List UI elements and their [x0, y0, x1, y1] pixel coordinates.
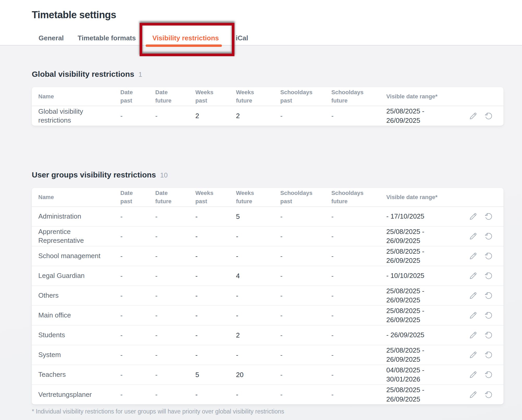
cell-actions: [467, 325, 504, 345]
timetable-settings-page: Timetable settings General Timetable for…: [0, 0, 522, 420]
undo-reset-icon[interactable]: [484, 351, 493, 359]
table-row: Apprentice Representative - - - - - - 25…: [32, 226, 504, 246]
cell-date-past: -: [120, 306, 155, 325]
cell-actions: [467, 365, 504, 385]
col-header-schooldays-past: Schooldays past: [280, 87, 331, 106]
cell-actions: [467, 385, 504, 404]
edit-pencil-icon[interactable]: [469, 390, 477, 399]
cell-date-past: -: [120, 266, 155, 286]
cell-schooldays-future: -: [331, 226, 386, 246]
edit-pencil-icon[interactable]: [469, 271, 477, 280]
col-header-name: Name: [32, 188, 120, 207]
cell-visible-range: - 26/09/2025: [386, 325, 467, 345]
col-header-schooldays-future: Schooldays future: [331, 188, 386, 207]
undo-reset-icon[interactable]: [484, 212, 493, 221]
cell-date-future: -: [155, 266, 195, 286]
user-groups-section-heading: User groups visibility restrictions 10: [32, 170, 522, 179]
cell-actions: [467, 266, 504, 286]
table-row: Others - - - - - - 25/08/2025 - 26/09/20…: [32, 286, 504, 306]
edit-pencil-icon[interactable]: [469, 351, 477, 359]
table-row: Legal Guardian - - - 4 - - - 10/10/2025: [32, 266, 504, 286]
row-name: Apprentice Representative: [32, 226, 120, 246]
table-row: Main office - - - - - - 25/08/2025 - 26/…: [32, 306, 504, 325]
cell-weeks-future: -: [236, 246, 280, 266]
tab-ical[interactable]: iCal: [236, 31, 248, 46]
edit-pencil-icon[interactable]: [469, 212, 477, 221]
user-groups-table: Name Date past Date future Weeks past We…: [32, 188, 504, 404]
undo-reset-icon[interactable]: [484, 390, 493, 399]
cell-schooldays-future: -: [331, 365, 386, 385]
edit-pencil-icon[interactable]: [469, 331, 477, 340]
row-name: Global visibility restrictions: [32, 106, 120, 126]
row-name: Legal Guardian: [32, 266, 120, 286]
edit-pencil-icon[interactable]: [469, 370, 477, 379]
global-restrictions-table-card: Name Date past Date future Weeks past We…: [32, 87, 504, 126]
table-row: School management - - - - - - 25/08/2025…: [32, 246, 504, 266]
cell-date-future: -: [155, 385, 195, 404]
page-title: Timetable settings: [32, 9, 116, 21]
tab-visibility-restrictions[interactable]: Visibility restrictions: [152, 31, 219, 46]
cell-schooldays-past: -: [280, 246, 331, 266]
cell-actions: [467, 246, 504, 266]
page-header: Timetable settings General Timetable for…: [0, 0, 522, 46]
edit-pencil-icon[interactable]: [469, 232, 477, 241]
cell-weeks-future: -: [236, 345, 280, 365]
cell-date-past: -: [120, 345, 155, 365]
cell-weeks-past: -: [195, 345, 236, 365]
undo-reset-icon[interactable]: [484, 232, 493, 241]
cell-weeks-past: 2: [195, 106, 236, 126]
cell-weeks-past: 5: [195, 365, 236, 385]
cell-visible-range: 25/08/2025 - 26/09/2025: [386, 306, 467, 325]
undo-reset-icon[interactable]: [484, 252, 493, 260]
cell-date-future: -: [155, 286, 195, 306]
col-header-date-future: Date future: [155, 87, 195, 106]
cell-visible-range: - 17/10/2025: [386, 207, 467, 226]
col-header-visible-range: Visible date range*: [386, 87, 467, 106]
tab-timetable-formats[interactable]: Timetable formats: [78, 31, 136, 46]
cell-schooldays-future: -: [331, 207, 386, 226]
user-groups-section-count: 10: [160, 171, 168, 179]
cell-date-future: -: [155, 325, 195, 345]
cell-weeks-past: -: [195, 306, 236, 325]
edit-pencil-icon[interactable]: [469, 311, 477, 320]
edit-pencil-icon[interactable]: [469, 252, 477, 260]
table-row: Global visibility restrictions - - 2 2 -…: [32, 106, 504, 126]
col-header-date-past: Date past: [120, 188, 155, 207]
table-row: Vertretungsplaner - - - - - - 25/08/2025…: [32, 385, 504, 404]
cell-actions: [467, 286, 504, 306]
col-header-actions: [467, 87, 504, 106]
tab-general[interactable]: General: [39, 31, 64, 46]
cell-actions: [467, 306, 504, 325]
undo-reset-icon[interactable]: [484, 291, 493, 300]
global-section-count: 1: [138, 71, 142, 79]
cell-date-past: -: [120, 226, 155, 246]
cell-date-future: -: [155, 246, 195, 266]
cell-date-future: -: [155, 365, 195, 385]
cell-date-past: -: [120, 207, 155, 226]
cell-schooldays-future: -: [331, 246, 386, 266]
undo-reset-icon[interactable]: [484, 370, 493, 379]
cell-date-past: -: [120, 385, 155, 404]
col-header-weeks-past: Weeks past: [195, 87, 236, 106]
edit-pencil-icon[interactable]: [469, 112, 477, 120]
col-header-actions: [467, 188, 504, 207]
undo-reset-icon[interactable]: [484, 311, 493, 320]
cell-schooldays-future: -: [331, 286, 386, 306]
cell-date-future: -: [155, 306, 195, 325]
table-row: Teachers - - 5 20 - - 04/08/2025 - 30/01…: [32, 365, 504, 385]
cell-weeks-future: -: [236, 226, 280, 246]
edit-pencil-icon[interactable]: [469, 291, 477, 300]
cell-weeks-past: -: [195, 246, 236, 266]
cell-date-future: -: [155, 345, 195, 365]
global-table-body: Global visibility restrictions - - 2 2 -…: [32, 106, 504, 126]
cell-schooldays-future: -: [331, 266, 386, 286]
cell-weeks-past: -: [195, 286, 236, 306]
cell-visible-range: - 10/10/2025: [386, 266, 467, 286]
undo-reset-icon[interactable]: [484, 271, 493, 280]
cell-visible-range: 04/08/2025 - 30/01/2026: [386, 365, 467, 385]
row-name: Teachers: [32, 365, 120, 385]
cell-date-past: -: [120, 246, 155, 266]
global-restrictions-table: Name Date past Date future Weeks past We…: [32, 87, 504, 126]
undo-reset-icon[interactable]: [484, 112, 493, 120]
undo-reset-icon[interactable]: [484, 331, 493, 340]
